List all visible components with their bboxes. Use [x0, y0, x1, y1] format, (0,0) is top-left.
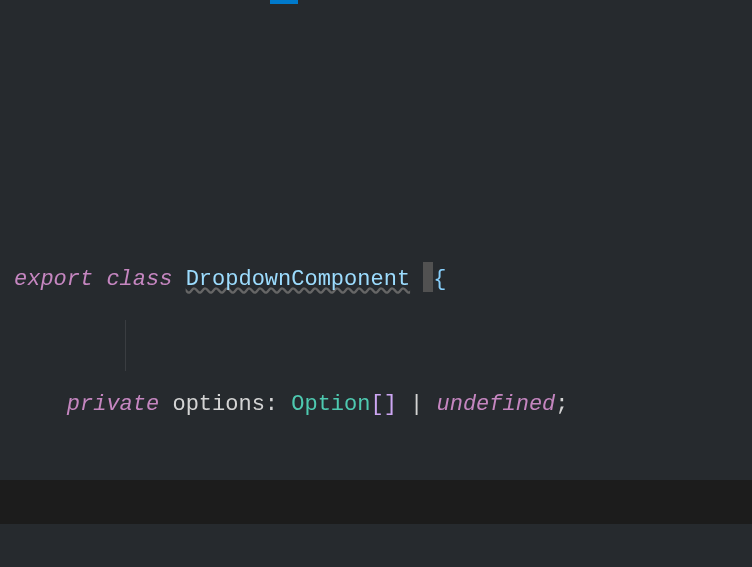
cursor-marker: [423, 262, 433, 292]
code-line: export class DropdownComponent {: [14, 259, 752, 301]
indent-guide: [125, 320, 126, 371]
identifier: options: [172, 392, 264, 417]
semicolon: ;: [555, 392, 568, 417]
brace-open: {: [433, 267, 446, 292]
pipe-op: |: [397, 392, 437, 417]
code-line: private options: Option[] | undefined;: [14, 384, 752, 426]
keyword-export: export: [14, 267, 93, 292]
code-editor[interactable]: export class DropdownComponent { private…: [0, 0, 752, 567]
keyword-private: private: [67, 392, 159, 417]
current-line-highlight: [0, 480, 752, 524]
type-name: Option: [291, 392, 370, 417]
class-name: DropdownComponent: [186, 267, 410, 292]
array-brackets: []: [370, 392, 396, 417]
indent: [14, 392, 67, 417]
keyword-class: class: [106, 267, 172, 292]
change-marker: [270, 0, 298, 4]
colon: :: [265, 392, 278, 417]
keyword-undefined: undefined: [437, 392, 556, 417]
